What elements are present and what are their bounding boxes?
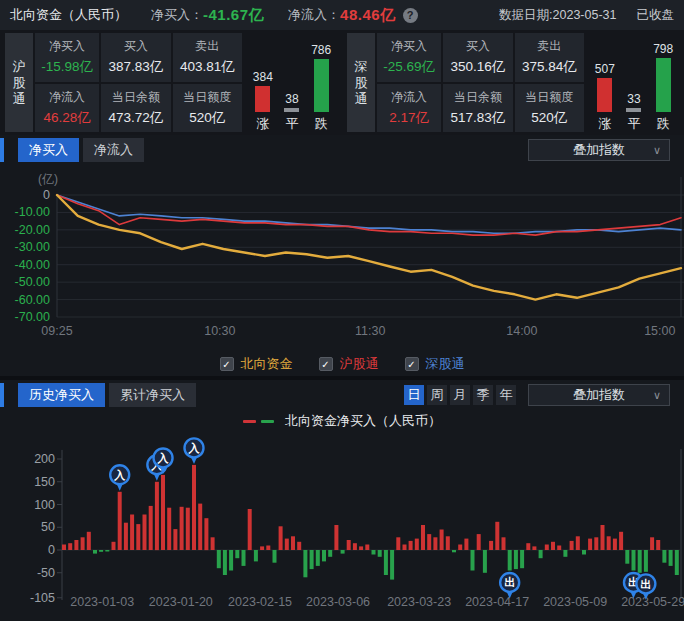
history-bar[interactable] — [316, 550, 320, 566]
legend-item-北向资金[interactable]: ✓北向资金 — [220, 355, 293, 373]
history-bar[interactable] — [625, 550, 629, 564]
history-bar[interactable] — [526, 543, 530, 550]
history-bar[interactable] — [675, 550, 679, 575]
history-bar[interactable] — [477, 534, 481, 550]
history-bar[interactable] — [260, 546, 264, 550]
history-bar[interactable] — [390, 550, 394, 580]
history-bar[interactable] — [563, 550, 567, 557]
history-bar[interactable] — [173, 529, 177, 550]
checkbox-icon[interactable]: ✓ — [405, 357, 419, 371]
history-bar[interactable] — [192, 465, 196, 550]
history-bar[interactable] — [124, 523, 128, 550]
history-bar[interactable] — [656, 540, 660, 550]
history-bar[interactable] — [235, 550, 239, 558]
history-bar[interactable] — [601, 525, 605, 550]
history-bar[interactable] — [421, 525, 425, 550]
history-bar[interactable] — [502, 537, 506, 550]
tab-净流入[interactable]: 净流入 — [83, 138, 144, 162]
history-bar[interactable] — [99, 550, 103, 552]
overlay-index-dropdown[interactable]: 叠加指数 ∨ — [528, 139, 670, 161]
history-bar[interactable] — [650, 537, 654, 550]
history-bar[interactable] — [613, 539, 617, 550]
marker-pin-入[interactable]: 入 — [110, 465, 129, 491]
history-bar[interactable] — [495, 522, 499, 550]
history-bar[interactable] — [458, 545, 462, 551]
period-button-年[interactable]: 年 — [496, 385, 516, 405]
history-bar[interactable] — [136, 524, 140, 550]
history-bar[interactable] — [161, 475, 165, 550]
history-bar[interactable] — [130, 515, 134, 551]
history-bar[interactable] — [211, 537, 215, 550]
history-bar[interactable] — [452, 550, 456, 552]
history-bar[interactable] — [118, 492, 122, 550]
history-bar[interactable] — [532, 546, 536, 550]
history-bar[interactable] — [570, 541, 574, 550]
history-bar[interactable] — [353, 543, 357, 550]
history-bar[interactable] — [198, 504, 202, 550]
history-bar[interactable] — [74, 540, 78, 550]
history-bar[interactable] — [662, 550, 666, 563]
checkbox-icon[interactable]: ✓ — [319, 357, 333, 371]
history-bar[interactable] — [81, 537, 85, 550]
tab-净买入[interactable]: 净买入 — [18, 138, 79, 162]
history-bar[interactable] — [217, 550, 221, 568]
history-bar[interactable] — [155, 482, 159, 550]
history-bar[interactable] — [149, 506, 153, 550]
tab-历史净买入[interactable]: 历史净买入 — [18, 383, 105, 407]
history-bar[interactable] — [669, 550, 673, 566]
history-bar[interactable] — [310, 550, 314, 569]
period-button-季[interactable]: 季 — [473, 385, 493, 405]
history-bar[interactable] — [273, 550, 277, 563]
history-bar[interactable] — [62, 545, 66, 551]
history-bar[interactable] — [409, 541, 413, 550]
history-bar[interactable] — [248, 509, 252, 550]
history-bar[interactable] — [464, 539, 468, 550]
marker-pin-入[interactable]: 入 — [184, 438, 203, 464]
history-bar[interactable] — [242, 550, 246, 566]
history-bar[interactable] — [545, 545, 549, 551]
history-bar[interactable] — [427, 534, 431, 550]
history-bar[interactable] — [632, 550, 636, 571]
history-bar[interactable] — [508, 550, 512, 571]
history-bar[interactable] — [297, 542, 301, 550]
history-bar[interactable] — [112, 542, 116, 550]
history-bar[interactable] — [328, 550, 332, 557]
history-bar[interactable] — [539, 550, 543, 558]
history-bar[interactable] — [303, 550, 307, 577]
legend-item-深股通[interactable]: ✓深股通 — [405, 355, 465, 373]
period-button-周[interactable]: 周 — [427, 385, 447, 405]
history-bar[interactable] — [619, 532, 623, 550]
history-bar[interactable] — [644, 550, 648, 572]
history-bar[interactable] — [582, 550, 586, 555]
history-bar[interactable] — [384, 550, 388, 575]
period-button-月[interactable]: 月 — [450, 385, 470, 405]
history-bar[interactable] — [204, 518, 208, 550]
history-bar[interactable] — [471, 550, 475, 571]
history-bar[interactable] — [167, 508, 171, 550]
history-bar[interactable] — [514, 550, 518, 569]
checkbox-icon[interactable]: ✓ — [220, 357, 234, 371]
history-bar[interactable] — [446, 536, 450, 550]
history-bar[interactable] — [186, 508, 190, 550]
history-bar[interactable] — [180, 507, 184, 550]
history-bar[interactable] — [223, 550, 227, 575]
history-bar[interactable] — [594, 537, 598, 550]
history-bar[interactable] — [334, 525, 338, 550]
history-bar[interactable] — [440, 530, 444, 551]
overlay-index-dropdown-2[interactable]: 叠加指数 ∨ — [528, 384, 670, 406]
help-icon[interactable]: ? — [403, 8, 418, 23]
legend-item-沪股通[interactable]: ✓沪股通 — [319, 355, 379, 373]
tab-累计净买入[interactable]: 累计净买入 — [109, 383, 196, 407]
history-bar[interactable] — [588, 539, 592, 550]
history-bar[interactable] — [638, 550, 642, 573]
history-bar[interactable] — [341, 550, 345, 554]
history-bar[interactable] — [403, 545, 407, 551]
history-bar[interactable] — [576, 536, 580, 550]
history-bar[interactable] — [254, 550, 258, 561]
history-bar[interactable] — [143, 515, 147, 551]
period-button-日[interactable]: 日 — [404, 385, 424, 405]
history-bar[interactable] — [285, 539, 289, 550]
history-bar[interactable] — [520, 550, 524, 568]
history-bar[interactable] — [433, 537, 437, 550]
history-bar[interactable] — [483, 550, 487, 573]
